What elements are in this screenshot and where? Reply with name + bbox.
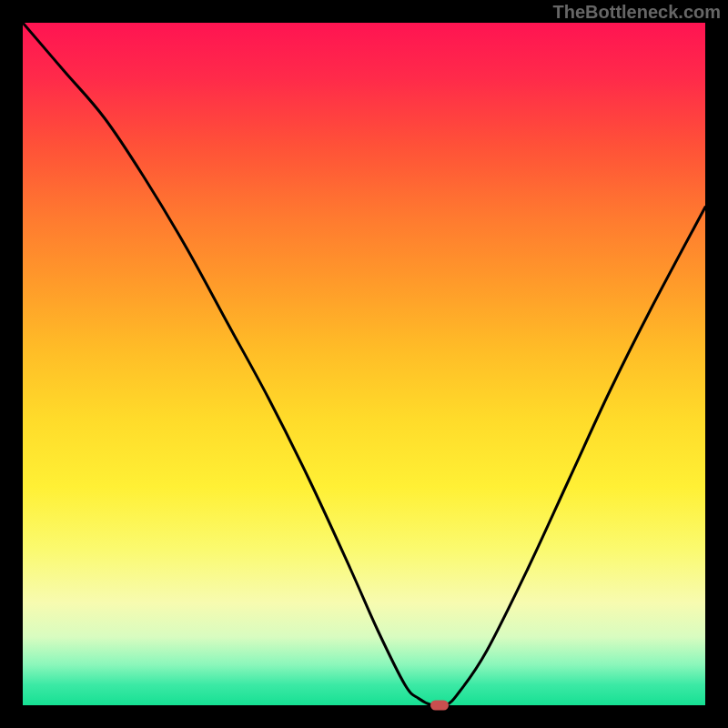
optimum-marker [430,701,449,711]
bottleneck-curve-path [23,23,705,705]
bottleneck-curve-svg [23,23,705,705]
chart-plot-area [23,23,705,705]
watermark-text: TheBottleneck.com [553,2,721,23]
